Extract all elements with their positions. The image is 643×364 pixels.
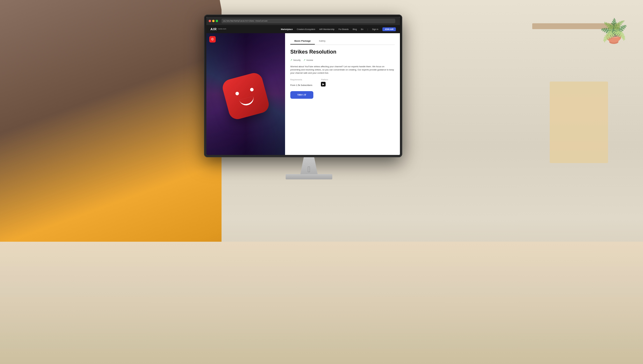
- monitor-wrapper: ai/en/marketplace/strikes-resolution AIR…: [204, 15, 414, 268]
- mascot-eye-left: [235, 91, 239, 96]
- platform-label: Platform: [321, 79, 328, 81]
- try-it-button[interactable]: TRY IT: [290, 91, 313, 99]
- platform-icon: ▶: [321, 82, 326, 86]
- requirements-label: Requirements: [290, 79, 312, 81]
- platform-group: Platform ▶: [321, 79, 328, 87]
- tab-basic-package[interactable]: Basic Package: [290, 38, 315, 45]
- tab-safety[interactable]: Safety: [315, 38, 330, 45]
- right-content-panel: Basic Package Safety Strikes Resolution …: [285, 33, 400, 155]
- nav-language[interactable]: En: [361, 28, 363, 30]
- monitor-stand-base: [286, 174, 332, 179]
- browser-close-btn[interactable]: [209, 20, 211, 22]
- channel-icon: ©: [209, 36, 216, 43]
- browser-url-bar[interactable]: ai/en/marketplace/strikes-resolution: [222, 19, 395, 23]
- apple-logo: : [308, 165, 310, 174]
- logo-media-text: media tech: [218, 28, 226, 30]
- nav-link-blog[interactable]: Blog: [353, 28, 357, 30]
- income-icon: ↗: [303, 59, 305, 61]
- service-description: Worried about YouTube strikes affecting …: [290, 65, 395, 75]
- browser-chrome: ai/en/marketplace/strikes-resolution: [206, 17, 400, 25]
- site-navigation: AIR media tech Marketplace Creators Ecos…: [206, 25, 400, 33]
- channel-icon-symbol: ©: [211, 37, 214, 41]
- service-title: Strikes Resolution: [290, 49, 395, 55]
- left-image-panel: ©: [206, 33, 285, 155]
- nav-sign-in[interactable]: Sign in: [372, 28, 378, 30]
- nav-link-brands[interactable]: For Brands: [338, 28, 349, 30]
- monitor-screen: ai/en/marketplace/strikes-resolution AIR…: [206, 17, 400, 155]
- tag-income: ↗ Income: [303, 59, 313, 61]
- platform-icon-symbol: ▶: [322, 83, 324, 86]
- desk-surface: [0, 242, 643, 364]
- service-tags: ↗ Security ↗ Income: [290, 59, 395, 61]
- browser-maximize-btn[interactable]: [216, 20, 218, 22]
- requirements-section: Requirements From 1.5k Subscribers Platf…: [290, 79, 395, 87]
- content-tabs: Basic Package Safety: [290, 38, 395, 45]
- logo-air-text: AIR: [210, 27, 217, 31]
- nav-link-membership[interactable]: AIR Membership: [319, 28, 334, 30]
- requirements-group: Requirements From 1.5k Subscribers: [290, 79, 312, 87]
- nav-link-marketplace[interactable]: Marketplace: [281, 28, 293, 30]
- plant-decoration: 🪴: [599, 17, 628, 45]
- main-content-area: © Basic Package: [206, 33, 400, 155]
- mascot-smile: [239, 96, 255, 107]
- browser-url-text: ai/en/marketplace/strikes-resolution: [223, 20, 268, 22]
- monitor-bezel: ai/en/marketplace/strikes-resolution AIR…: [204, 15, 402, 157]
- mascot-eye-right: [250, 87, 254, 92]
- site-logo[interactable]: AIR media tech: [210, 27, 226, 31]
- security-icon: ↗: [290, 59, 292, 61]
- income-label: Income: [306, 59, 313, 61]
- nav-join-button[interactable]: JOIN AIR: [382, 27, 396, 31]
- cork-board: [550, 82, 608, 163]
- requirements-value: From 1.5k Subscribers: [290, 84, 312, 86]
- security-label: Security: [293, 59, 301, 61]
- nav-link-creators[interactable]: Creators Ecosystem: [297, 28, 315, 30]
- browser-minimize-btn[interactable]: [212, 20, 215, 22]
- tag-security: ↗ Security: [290, 59, 301, 61]
